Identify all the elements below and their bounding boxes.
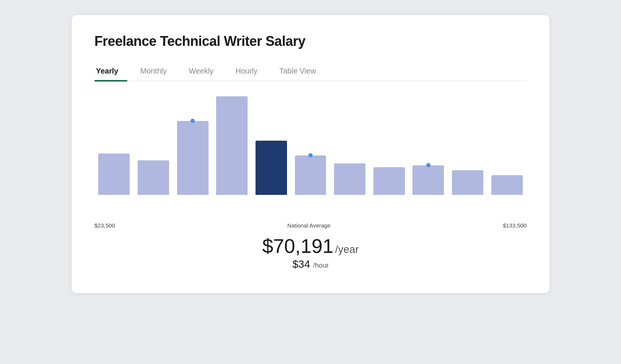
bar-col-2: [173, 96, 212, 195]
bar-col-7: [369, 96, 409, 195]
bar-col-9: [448, 96, 488, 195]
page-title: Freelance Technical Writer Salary: [94, 33, 527, 49]
x-label-right: $133,500: [503, 222, 527, 229]
salary-unit: /year: [335, 243, 359, 255]
bar-3: [216, 96, 248, 195]
bar-dot-5: [309, 153, 313, 157]
bar-7: [373, 167, 405, 195]
bar-col-3: [212, 96, 252, 195]
bar-dot-2: [191, 119, 195, 123]
bar-dot-8: [426, 163, 430, 167]
bar-col-6: [330, 96, 370, 195]
tab-table-view[interactable]: Table View: [278, 63, 325, 81]
x-label-center: National Average: [287, 222, 331, 229]
bar-0: [98, 154, 130, 195]
salary-hourly-value: $34: [292, 258, 310, 270]
salary-display: $70,191 /year $34 /hour: [94, 235, 527, 270]
salary-secondary: $34 /hour: [94, 258, 527, 270]
salary-chart: [94, 96, 527, 218]
bar-4: [256, 141, 287, 195]
tab-monthly[interactable]: Monthly: [139, 63, 176, 81]
bar-col-8: [409, 96, 448, 195]
main-card: Freelance Technical Writer Salary Yearly…: [72, 15, 549, 293]
tab-yearly[interactable]: Yearly: [94, 63, 127, 81]
bars-row: [94, 96, 527, 195]
bar-8: [412, 165, 444, 195]
x-label-left: $23,500: [94, 222, 115, 229]
bar-col-10: [487, 96, 527, 195]
bar-6: [334, 163, 365, 195]
bar-10: [491, 175, 523, 195]
bar-2: [177, 121, 209, 195]
bar-col-5: [291, 96, 330, 195]
salary-main-value: $70,191: [262, 235, 334, 257]
bar-5: [295, 155, 326, 195]
bar-9: [452, 170, 483, 195]
tab-weekly[interactable]: Weekly: [187, 63, 223, 81]
salary-hourly-unit: /hour: [313, 262, 329, 269]
bar-col-1: [134, 96, 173, 195]
bar-col-4: [252, 96, 291, 195]
tab-bar: Yearly Monthly Weekly Hourly Table View: [94, 63, 527, 81]
bar-1: [138, 160, 169, 195]
tab-hourly[interactable]: Hourly: [234, 63, 267, 81]
bar-col-0: [94, 96, 134, 195]
